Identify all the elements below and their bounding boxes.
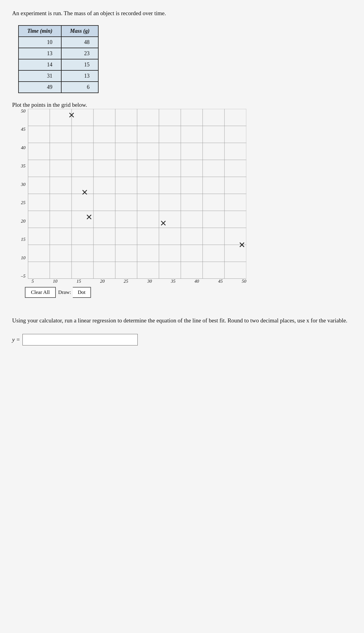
mass-cell: 13 (61, 70, 99, 82)
grid-svg[interactable] (28, 109, 246, 279)
data-table: Time (min) Mass (g) 1048132314153113496 (18, 25, 99, 93)
x-axis-label: 5 (32, 279, 34, 284)
mass-cell: 15 (61, 59, 99, 70)
clear-all-button[interactable]: Clear All (25, 287, 56, 298)
table-row: 1048 (19, 37, 98, 48)
x-axis-label: 10 (53, 279, 57, 284)
y-axis-label: 30 (15, 182, 27, 187)
table-row: 3113 (19, 70, 98, 82)
x-axis-label: 30 (147, 279, 152, 284)
x-axis-label: 40 (194, 279, 199, 284)
lower-text: Using your calculator, run a linear regr… (12, 316, 352, 325)
time-cell: 10 (19, 37, 61, 48)
x-axis-label: 50 (242, 279, 246, 284)
y-axis-label: 20 (15, 219, 27, 224)
mass-cell: 6 (61, 82, 99, 93)
x-axis-labels: 5101520253035404550 (28, 279, 246, 284)
draw-label: Draw: (58, 289, 71, 295)
intro-text: An experiment is run. The mass of an obj… (12, 9, 352, 18)
grid-area (28, 109, 352, 279)
y-axis-label: 25 (15, 200, 27, 205)
y-axis-label: 45 (15, 127, 27, 132)
x-axis-label: 20 (100, 279, 105, 284)
y-axis-label: –5 (15, 274, 27, 278)
y-axis-label: 40 (15, 146, 27, 150)
graph-container: 504540353025201510–5 5101520253035404550 (15, 109, 352, 284)
y-axis-label: 15 (15, 237, 27, 242)
y-axis-label: 35 (15, 164, 27, 168)
y-axis-label: 50 (15, 109, 27, 113)
x-axis-label: 15 (76, 279, 81, 284)
x-axis-label: 35 (171, 279, 175, 284)
table-row: 1323 (19, 48, 98, 59)
plot-instruction: Plot the points in the grid below. (12, 102, 352, 108)
toolbar: Clear All Draw: Dot (25, 287, 352, 298)
table-row: 496 (19, 82, 98, 93)
answer-input[interactable] (22, 334, 138, 345)
table-row: 1415 (19, 59, 98, 70)
col-header-mass: Mass (g) (61, 25, 99, 37)
y-axis-label: 10 (15, 256, 27, 260)
time-cell: 31 (19, 70, 61, 82)
x-axis-label: 25 (124, 279, 128, 284)
answer-row: y = (12, 334, 352, 345)
mass-cell: 48 (61, 37, 99, 48)
col-header-time: Time (min) (19, 25, 61, 37)
dot-button[interactable]: Dot (73, 287, 91, 298)
time-cell: 13 (19, 48, 61, 59)
time-cell: 49 (19, 82, 61, 93)
mass-cell: 23 (61, 48, 99, 59)
answer-label: y = (12, 336, 20, 343)
time-cell: 14 (19, 59, 61, 70)
y-axis-labels: 504540353025201510–5 (15, 109, 27, 279)
x-axis-label: 45 (218, 279, 223, 284)
